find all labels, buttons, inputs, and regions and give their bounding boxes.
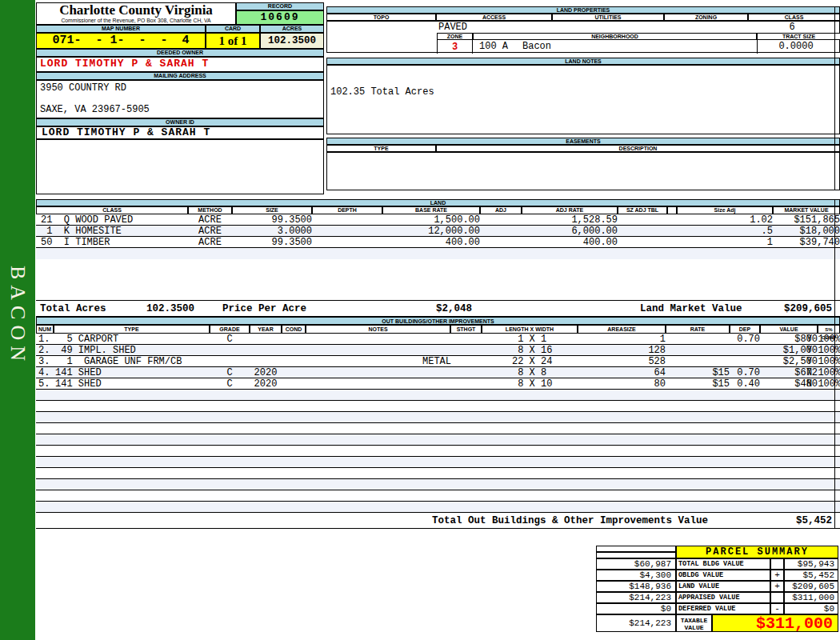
summary-label: APPRAISED VALUE	[676, 592, 770, 603]
tract-size-value: 0.0000	[757, 42, 835, 52]
summary-row: $214,223 APPRAISED VALUE $311,000	[596, 592, 838, 603]
price-per-acre-label: Price Per Acre	[222, 303, 306, 314]
right-edge-line-bottom	[834, 199, 835, 529]
card-value: 1 of 1	[206, 33, 260, 49]
land-col-method: METHOD	[188, 206, 232, 214]
land-size: 99.3500	[232, 238, 322, 247]
outbuilding-row: 5. 141 SHED C 2020 8 X 10 80 $15 0.40 $4…	[36, 378, 840, 390]
parcel-summary-title: PARCEL SUMMARY	[676, 546, 838, 558]
land-col-depth: DEPTH	[312, 206, 382, 214]
ob-col-value: VALUE	[760, 325, 818, 334]
owner-empty-box	[36, 139, 324, 194]
land-market-value: $18,000	[773, 226, 840, 236]
empty-row	[36, 446, 840, 457]
outbuilding-row: 1. 5 CARPORT C 1 X 1 1 0.70 $800 Y 100%	[36, 334, 840, 345]
summary-label: OBLDG VALUE	[676, 570, 770, 581]
address-line-1: 3950 COUNTRY RD	[40, 83, 126, 94]
taxable-row: $214,223 TAXABLE VALUE $311,000	[596, 614, 838, 632]
outbuildings-total-row: Total Out Buildings & Other Improvements…	[36, 513, 840, 529]
ob-area: 528	[578, 357, 717, 366]
ob-col-rate: RATE	[666, 325, 730, 334]
land-size: 99.3500	[232, 215, 322, 225]
ob-type: 49 IMPL. SHED	[55, 346, 136, 355]
record-value: 10609	[236, 10, 324, 25]
ob-col-notes: NOTES	[306, 325, 450, 334]
county-header-box: Charlotte County Virginia Commissioner o…	[36, 2, 236, 25]
parcel-summary: PARCEL SUMMARY $60,987 TOTAL BLDG VALUE …	[596, 546, 838, 632]
land-market-value-label: Land Market Value	[640, 303, 742, 314]
ob-col-grade: GRADE	[210, 325, 250, 334]
ob-col-sthgt: STHGT	[450, 325, 482, 334]
summary-sign	[770, 558, 784, 570]
summary-label: LAND VALUE	[676, 581, 770, 592]
land-market-value-total: $209,605	[784, 303, 832, 314]
summary-sign: -	[770, 603, 784, 614]
taxable-value: $311,000	[712, 614, 838, 632]
land-properties-header: LAND PROPERTIES	[326, 6, 840, 14]
ob-lxw: 8 X 10	[512, 379, 552, 389]
access-value: PAVED	[438, 22, 467, 33]
outbuilding-row: 3. 1 GARAGE UNF FRM/CB METAL 22 X 24 528…	[36, 356, 840, 367]
total-acres-label: Total Acres	[40, 303, 106, 314]
ob-col-cond: COND	[282, 325, 306, 334]
owner-id-header: OWNER ID	[36, 118, 324, 126]
ob-grade: C	[210, 334, 250, 344]
mailing-address-box: 3950 COUNTRY RD SAXE, VA 23967-5905	[36, 80, 324, 118]
ob-rate: $15	[666, 379, 733, 389]
land-col-adj: ADJ	[480, 206, 522, 214]
summary-value: $209,605	[784, 581, 838, 592]
land-row: 21 Q WOOD PAVED ACRE 99.3500 1,500.00 1,…	[36, 214, 840, 226]
outbuilding-row: 4. 141 SHED C 2020 8 X 8 64 $15 0.70 $67…	[36, 367, 840, 378]
owner-id-value: LORD TIMOTHY P & SARAH T	[36, 126, 324, 139]
outbuildings-total-value: $5,452	[796, 515, 832, 526]
ob-area: 128	[578, 346, 717, 355]
right-edge-line-top	[834, 6, 835, 190]
property-record-card: BACON Charlotte County Virginia Commissi…	[0, 0, 840, 640]
empty-row	[36, 468, 840, 479]
ob-rate: $15	[666, 368, 733, 378]
land-class: 21 Q WOOD PAVED	[41, 215, 133, 225]
empty-row	[36, 457, 840, 468]
land-row: 50 I TIMBER ACRE 99.3500 400.00 400.00 1…	[36, 237, 840, 248]
ob-num: 5.	[38, 379, 50, 389]
mailing-address-header: MAILING ADDRESS	[36, 72, 324, 80]
class-header: CLASS	[748, 14, 840, 21]
summary-prior: $214,223	[596, 592, 676, 603]
land-notes-text: 102.35 Total Acres	[330, 87, 434, 98]
county-title: Charlotte County Virginia	[37, 3, 235, 18]
neighborhood-code: 100 A	[479, 42, 508, 52]
summary-prior: $4,300	[596, 570, 676, 581]
access-header: ACCESS	[436, 14, 552, 21]
land-base-rate: 12,000.00	[382, 226, 488, 236]
ob-type: 141 SHED	[55, 379, 102, 389]
land-size: 3.0000	[232, 226, 322, 236]
land-col-base-rate: BASE RATE	[382, 206, 480, 214]
neighborhood-name: Bacon	[522, 42, 551, 52]
land-col-class: CLASS	[36, 206, 188, 214]
utilities-header: UTILITIES	[552, 14, 664, 21]
summary-value: $95,943	[784, 558, 838, 570]
summary-sign: +	[770, 570, 784, 581]
ob-lxw: 8 X 8	[512, 368, 546, 378]
land-table-header: LAND	[36, 199, 840, 206]
ob-grade: C	[210, 379, 250, 389]
taxable-label-line1: TAXABLE	[681, 617, 708, 624]
empty-row	[36, 390, 840, 401]
ob-type: 141 SHED	[55, 368, 102, 378]
empty-row	[36, 434, 840, 446]
summary-spacer-top	[596, 546, 676, 552]
summary-row: $148,936 LAND VALUE + $209,605	[596, 581, 838, 592]
land-market-value: $151,865	[773, 215, 840, 225]
ob-col-areasize: AREASIZE	[578, 325, 666, 334]
land-col-sz-adj-tbl: SZ ADJ TBL	[618, 206, 667, 214]
address-line-2: SAXE, VA 23967-5905	[40, 105, 150, 115]
easement-type-header: TYPE	[326, 145, 436, 152]
easement-description-header: DESCRIPTION	[436, 145, 840, 152]
ob-num: 1.	[38, 334, 50, 344]
ob-lxw: 22 X 24	[512, 357, 552, 366]
ob-lxw: 1 X 1	[512, 334, 546, 344]
land-base-rate: 1,500.00	[382, 215, 488, 225]
zoning-header: ZONING	[664, 14, 748, 21]
ob-type: 1 GARAGE UNF FRM/CB	[55, 357, 182, 366]
summary-value: $311,000	[784, 592, 838, 603]
